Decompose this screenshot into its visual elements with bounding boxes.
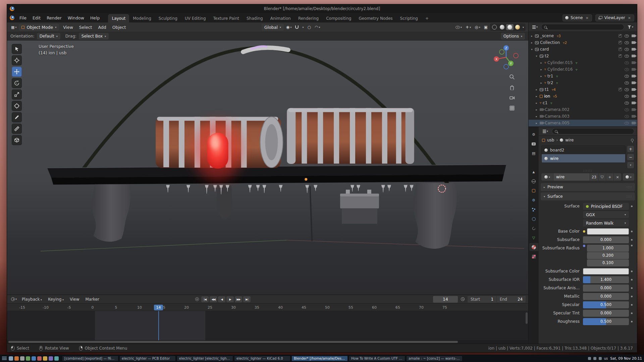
disable-render-toggle[interactable] xyxy=(632,41,635,44)
slot-grip[interactable]: :::::: xyxy=(539,169,637,173)
workspace-tab-shading[interactable]: Shading xyxy=(243,14,267,22)
expand-toggle[interactable]: ▸ xyxy=(535,115,538,118)
hide-viewport-toggle[interactable] xyxy=(625,75,629,78)
outliner-row-t1[interactable]: ▸t1▿4 xyxy=(529,86,637,93)
animate-decorator[interactable] xyxy=(631,287,633,289)
properties-tab-object[interactable] xyxy=(529,187,538,195)
workspace-tab-rendering[interactable]: Rendering xyxy=(294,14,322,22)
taskbar-app-icon[interactable] xyxy=(37,356,42,361)
battery-holder[interactable] xyxy=(340,190,379,224)
current-frame-field[interactable]: 14 xyxy=(433,296,458,303)
proportional-editing-toggle[interactable]: ○ xyxy=(306,24,312,31)
tool-transform-button[interactable] xyxy=(12,101,22,111)
drag-setting-dropdown[interactable]: Select Box▾ xyxy=(79,33,109,40)
hide-viewport-toggle[interactable] xyxy=(625,61,629,64)
animate-decorator[interactable] xyxy=(631,270,633,272)
expand-toggle[interactable]: ▸ xyxy=(539,68,543,71)
tool-annotate-button[interactable] xyxy=(12,112,22,122)
collection-checkbox[interactable] xyxy=(619,88,622,91)
taskbar-window-button[interactable]: electric_lighter — PCB Editor xyxy=(119,356,176,361)
taskbar-app-icon[interactable] xyxy=(54,356,59,361)
breadcrumb-object[interactable]: usb xyxy=(547,138,554,142)
pan-hand-icon[interactable] xyxy=(509,84,515,90)
collection-checkbox[interactable] xyxy=(619,48,622,51)
expand-toggle[interactable]: ▸ xyxy=(539,81,543,84)
disable-render-toggle[interactable] xyxy=(632,115,635,118)
expand-toggle[interactable]: ▸ xyxy=(530,35,534,38)
workspace-tab-geometry-nodes[interactable]: Geometry Nodes xyxy=(355,14,396,22)
properties-search-input[interactable] xyxy=(552,128,634,134)
expand-toggle[interactable]: ▾ xyxy=(535,55,538,58)
expand-toggle[interactable]: ▸ xyxy=(535,88,538,91)
menu-render[interactable]: Render xyxy=(44,14,65,22)
remove-slot-button[interactable]: − xyxy=(627,154,634,161)
overlays-dropdown[interactable]: ◎▾ xyxy=(473,24,482,31)
value-slider[interactable]: 0.500 xyxy=(583,318,629,325)
disable-render-toggle[interactable] xyxy=(632,102,635,104)
taskbar-app-icon[interactable] xyxy=(14,356,19,361)
expand-toggle[interactable]: ▾ xyxy=(530,48,534,51)
outliner-row-tr2[interactable]: ▸▿tr2▿ xyxy=(529,79,637,86)
transformer-right[interactable] xyxy=(287,108,414,164)
hscroll-thumb[interactable] xyxy=(8,341,458,343)
outliner-row-Collection[interactable]: ▸Collection▿2 xyxy=(529,39,637,46)
shading-solid-button[interactable] xyxy=(498,24,506,30)
zoom-icon[interactable] xyxy=(509,74,515,80)
properties-tab-material[interactable] xyxy=(529,243,538,251)
new-material-button[interactable]: + xyxy=(606,173,613,181)
app-launcher-icon[interactable] xyxy=(2,357,7,360)
hide-viewport-toggle[interactable] xyxy=(625,115,629,118)
expand-toggle[interactable]: ▸ xyxy=(535,95,538,98)
options-dropdown[interactable]: Options▾ xyxy=(501,33,525,40)
add-workspace-button[interactable]: + xyxy=(422,16,432,21)
value-slider[interactable]: 0.500 xyxy=(583,301,629,308)
animate-decorator[interactable] xyxy=(631,231,633,232)
outliner-filter-button[interactable]: ▾ xyxy=(626,24,635,30)
timeline-menu-marker[interactable]: Marker xyxy=(82,296,102,303)
play-reverse-button[interactable]: ◀ xyxy=(218,296,225,302)
menu-edit[interactable]: Edit xyxy=(30,14,44,22)
properties-tab-tool[interactable]: ⚙ xyxy=(529,130,538,138)
xray-toggle[interactable]: ▣ xyxy=(483,24,489,31)
gizmos-dropdown[interactable]: +▾ xyxy=(464,24,472,31)
snap-settings-dropdown[interactable]: ▾ xyxy=(301,25,305,30)
jump-to-prev-keyframe-button[interactable]: ◀◀ xyxy=(210,296,217,302)
menu-help[interactable]: Help xyxy=(87,14,103,22)
outliner-row-Cylinder.015[interactable]: ▸▿Cylinder.015▿ xyxy=(529,59,637,66)
collection-checkbox[interactable] xyxy=(619,54,622,58)
tray-icon[interactable] xyxy=(593,357,596,360)
hide-viewport-toggle[interactable] xyxy=(625,95,629,98)
disable-render-toggle[interactable] xyxy=(632,122,635,124)
expand-toggle[interactable]: ▸ xyxy=(539,61,543,64)
shading-material-button[interactable] xyxy=(506,24,514,30)
breadcrumb-material[interactable]: wire xyxy=(565,138,574,142)
playhead-line[interactable] xyxy=(158,311,159,340)
slot-specials-button[interactable]: ▾ xyxy=(627,162,634,169)
value-slider[interactable]: 0.200 xyxy=(587,252,629,259)
scene-selector[interactable]: Scene × xyxy=(562,14,592,21)
pivot-point-dropdown[interactable]: ◉▾ xyxy=(285,24,293,31)
hide-viewport-toggle[interactable] xyxy=(625,68,629,71)
taskbar-window-button[interactable]: electric_lighter — KiCad 6.0 xyxy=(234,356,290,361)
expand-toggle[interactable]: ▸ xyxy=(530,41,534,44)
nodetree-toggle-button[interactable]: ▾ xyxy=(623,173,634,181)
viewport-canvas[interactable]: User Perspective (14) ion | usb xyxy=(7,41,528,295)
camera-view-icon[interactable] xyxy=(509,95,515,101)
animate-decorator[interactable] xyxy=(631,296,633,297)
properties-tab-world[interactable] xyxy=(529,177,538,185)
workspace-tab-modeling[interactable]: Modeling xyxy=(129,14,155,22)
jump-to-end-button[interactable]: ▶| xyxy=(243,296,251,302)
pin-icon[interactable] xyxy=(631,139,634,141)
outliner-row-_scene[interactable]: ▸_scene▿3 xyxy=(529,33,637,39)
value-slider[interactable]: 0.100 xyxy=(587,259,629,266)
viewport-menu-view[interactable]: View xyxy=(60,23,76,31)
disable-render-toggle[interactable] xyxy=(632,68,635,71)
viewlayer-selector[interactable]: ViewLayer × xyxy=(595,14,634,21)
menu-window[interactable]: Window xyxy=(65,14,87,22)
blender-menu-icon[interactable] xyxy=(10,15,14,20)
surface-shader-button[interactable]: Principled BSDF xyxy=(583,203,629,210)
properties-tab-output[interactable]: ▤ xyxy=(529,149,538,157)
timeline-track-area[interactable] xyxy=(7,311,528,344)
properties-tab-particles[interactable] xyxy=(529,205,538,214)
value-slider[interactable]: 0.000 xyxy=(583,310,629,317)
